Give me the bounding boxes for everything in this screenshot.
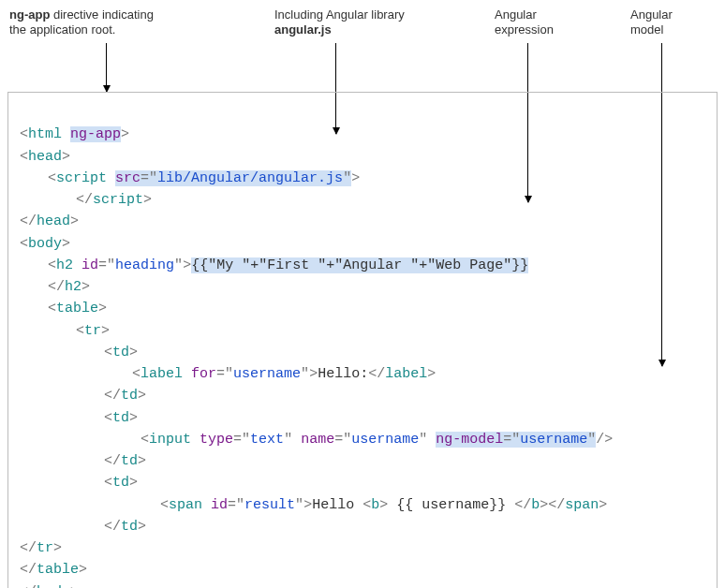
arrow-ng-app [106,43,107,92]
anno-ng-app-bold: ng-app [9,7,50,22]
anno-lib: Including Angular library angular.js [274,7,405,38]
anno-expr: Angular expression [495,7,554,38]
anno-ng-app: ng-app directive indicating the applicat… [9,7,154,38]
code-block: <html ng-app> <head> <script src="lib/An… [7,92,718,588]
anno-lib-bold: angular.js [274,22,332,37]
anno-model: Angular model [630,7,673,38]
annotations-bar: ng-app directive indicating the applicat… [7,7,718,92]
